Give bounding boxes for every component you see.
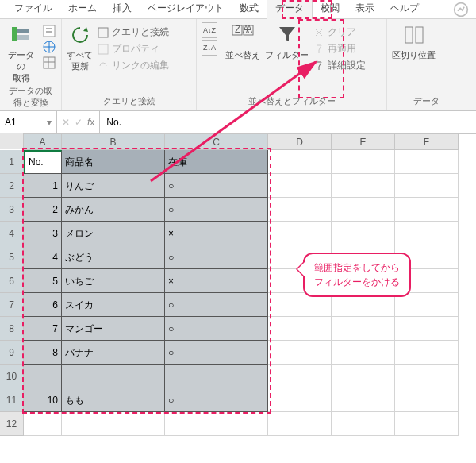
cell-F4[interactable] (395, 222, 459, 245)
cell-D2[interactable] (268, 174, 332, 198)
cell-A7[interactable]: 6 (24, 293, 62, 317)
select-all-corner[interactable] (0, 133, 24, 149)
cell-B5[interactable]: ぶどう (62, 245, 165, 269)
tab-formulas[interactable]: 数式 (232, 0, 267, 18)
row-header-7[interactable]: 7 (0, 293, 24, 317)
cell-B10[interactable] (62, 365, 165, 388)
cell-A3[interactable]: 2 (24, 198, 62, 222)
cell-B9[interactable]: バナナ (62, 341, 165, 365)
cell-C7[interactable]: ○ (165, 293, 268, 317)
cell-E8[interactable] (332, 317, 395, 341)
row-header-8[interactable]: 8 (0, 317, 24, 341)
edit-links-button[interactable]: リンクの編集 (98, 57, 169, 74)
row-header-9[interactable]: 9 (0, 341, 24, 365)
cell-B11[interactable]: もも (62, 388, 165, 412)
cell-A6[interactable]: 5 (24, 269, 62, 293)
advanced-filter-button[interactable]: 詳細設定 (313, 57, 366, 74)
cell-F10[interactable] (395, 365, 459, 388)
cancel-icon[interactable]: ✕ (62, 117, 70, 128)
cell-C4[interactable]: × (165, 222, 268, 245)
cell-C10[interactable] (165, 365, 268, 388)
cell-B8[interactable]: マンゴー (62, 317, 165, 341)
cell-B4[interactable]: メロン (62, 222, 165, 245)
cell-B2[interactable]: りんご (62, 174, 165, 198)
cell-E4[interactable] (332, 222, 395, 245)
col-header-A[interactable]: A (24, 134, 62, 150)
col-header-D[interactable]: D (268, 134, 332, 150)
cell-B6[interactable]: いちご (62, 269, 165, 293)
cell-F7[interactable] (395, 293, 459, 317)
cell-E2[interactable] (332, 174, 395, 198)
cell-B1[interactable]: 商品名 (62, 150, 165, 174)
cell-C5[interactable]: ○ (165, 245, 268, 269)
cell-D3[interactable] (268, 198, 332, 222)
cell-D12[interactable] (268, 412, 332, 436)
cell-D4[interactable] (268, 222, 332, 245)
cell-F11[interactable] (395, 388, 459, 412)
col-header-E[interactable]: E (332, 134, 395, 150)
cell-C12[interactable] (165, 412, 268, 436)
cell-D9[interactable] (268, 341, 332, 365)
name-box[interactable]: ▾ (0, 111, 57, 133)
cell-A4[interactable]: 3 (24, 222, 62, 245)
row-header-1[interactable]: 1 (0, 150, 24, 174)
cell-F12[interactable] (395, 412, 459, 436)
get-data-button[interactable]: データの 取得 (5, 22, 37, 83)
cell-B12[interactable] (62, 412, 165, 436)
sort-button[interactable]: Z AA Z 並べ替え (225, 22, 260, 94)
row-header-4[interactable]: 4 (0, 222, 24, 245)
cell-C8[interactable]: ○ (165, 317, 268, 341)
cell-F1[interactable] (395, 150, 459, 174)
col-header-F[interactable]: F (395, 134, 459, 150)
cell-E12[interactable] (332, 412, 395, 436)
clear-filter-button[interactable]: クリア (313, 24, 366, 41)
cell-D8[interactable] (268, 317, 332, 341)
cell-E10[interactable] (332, 365, 395, 388)
from-table-icon[interactable] (42, 56, 56, 70)
cell-F9[interactable] (395, 341, 459, 365)
tab-file[interactable]: ファイル (6, 0, 60, 18)
cell-C6[interactable]: × (165, 269, 268, 293)
cell-E9[interactable] (332, 341, 395, 365)
filter-button[interactable]: フィルター (265, 22, 309, 94)
cell-D10[interactable] (268, 365, 332, 388)
row-header-3[interactable]: 3 (0, 198, 24, 222)
from-text-icon[interactable] (42, 24, 56, 38)
col-header-C[interactable]: C (165, 134, 268, 150)
cell-A8[interactable]: 7 (24, 317, 62, 341)
cell-C9[interactable]: ○ (165, 341, 268, 365)
row-header-6[interactable]: 6 (0, 269, 24, 293)
text-to-columns-button[interactable]: 区切り位置 (392, 22, 436, 94)
tab-data[interactable]: データ (267, 0, 313, 19)
sort-desc-button[interactable]: Z↓A (202, 40, 217, 56)
tab-insert[interactable]: 挿入 (105, 0, 140, 18)
cell-E11[interactable] (332, 388, 395, 412)
row-header-2[interactable]: 2 (0, 174, 24, 198)
cell-C11[interactable]: ○ (165, 388, 268, 412)
spreadsheet-grid[interactable]: ABCDEF 1No.商品名在庫21りんご○32みかん○43メロン×54ぶどう○… (0, 133, 476, 436)
cell-C3[interactable]: ○ (165, 198, 268, 222)
name-box-input[interactable] (5, 117, 36, 128)
col-header-B[interactable]: B (62, 134, 165, 150)
cell-A1[interactable]: No. (24, 150, 62, 174)
cell-A9[interactable]: 8 (24, 341, 62, 365)
fx-icon[interactable]: fx (87, 117, 94, 128)
reapply-button[interactable]: 再適用 (313, 41, 366, 57)
tab-pagelayout[interactable]: ページレイアウト (140, 0, 232, 18)
formula-input[interactable] (100, 111, 476, 133)
sort-asc-button[interactable]: A↓Z (202, 22, 217, 38)
cell-D1[interactable] (268, 150, 332, 174)
cell-A5[interactable]: 4 (24, 245, 62, 269)
cell-A2[interactable]: 1 (24, 174, 62, 198)
refresh-all-button[interactable]: すべて 更新 (67, 22, 93, 94)
cell-E3[interactable] (332, 198, 395, 222)
cell-A12[interactable] (24, 412, 62, 436)
row-header-5[interactable]: 5 (0, 245, 24, 269)
cell-F3[interactable] (395, 198, 459, 222)
properties-button[interactable]: プロパティ (98, 41, 169, 57)
enter-icon[interactable]: ✓ (75, 117, 83, 128)
name-box-dropdown-icon[interactable]: ▾ (47, 117, 52, 128)
from-web-icon[interactable] (42, 40, 56, 54)
tab-home[interactable]: ホーム (60, 0, 105, 18)
cell-D11[interactable] (268, 388, 332, 412)
